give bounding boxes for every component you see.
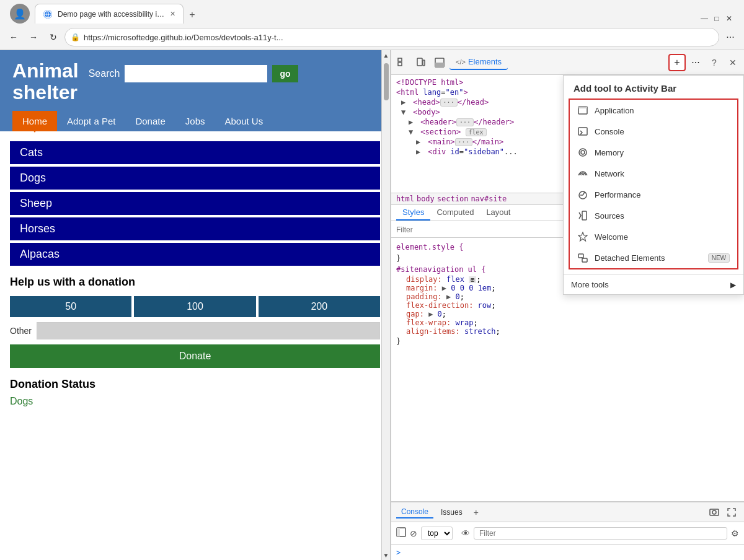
nav-donate[interactable]: Donate bbox=[125, 111, 175, 131]
go-button[interactable]: go bbox=[272, 65, 298, 82]
close-window-button[interactable]: ✕ bbox=[724, 14, 734, 24]
dropdown-item-sources[interactable]: Sources bbox=[570, 205, 737, 226]
device-mode-button[interactable] bbox=[412, 54, 430, 71]
website-content: Animal shelter Search go Home Adopt a Pe… bbox=[0, 50, 391, 560]
welcome-icon bbox=[577, 231, 588, 242]
refresh-button[interactable]: ↻ bbox=[45, 28, 62, 46]
console-add-button[interactable]: + bbox=[470, 506, 482, 518]
browser-menu-button[interactable]: ··· bbox=[722, 28, 739, 46]
console-filter-input[interactable] bbox=[474, 527, 727, 540]
svg-point-11 bbox=[581, 151, 585, 154]
application-label: Application bbox=[595, 106, 730, 115]
console-expand-button[interactable] bbox=[724, 505, 739, 520]
main-area: Animal shelter Search go Home Adopt a Pe… bbox=[0, 50, 744, 560]
console-screenshot-button[interactable] bbox=[707, 505, 722, 520]
donation-section: Help us with a donation 50 100 200 Other… bbox=[10, 276, 380, 368]
breadcrumb-section[interactable]: section bbox=[437, 195, 469, 203]
svg-rect-19 bbox=[397, 528, 400, 536]
nav-adopt[interactable]: Adopt a Pet bbox=[57, 111, 125, 131]
more-tools-item[interactable]: More tools ▶ bbox=[564, 274, 743, 294]
amount-50-button[interactable]: 50 bbox=[10, 296, 131, 317]
other-row: Other bbox=[10, 322, 380, 339]
inspect-element-button[interactable] bbox=[394, 54, 411, 71]
scrollbar[interactable]: ▲ ▼ bbox=[381, 50, 390, 560]
tab-layout[interactable]: Layout bbox=[480, 205, 516, 221]
nav-about[interactable]: About Us bbox=[215, 111, 273, 131]
new-tab-button[interactable]: + bbox=[184, 6, 201, 24]
scroll-down-arrow[interactable]: ▼ bbox=[381, 550, 391, 560]
more-tools-arrow: ▶ bbox=[730, 281, 736, 289]
forward-button[interactable]: → bbox=[25, 28, 42, 46]
console-right-controls bbox=[707, 505, 739, 520]
css-selector: element.style { bbox=[396, 243, 463, 252]
list-item[interactable]: Dogs bbox=[10, 167, 380, 190]
console-tabs-bar: Console Issues + bbox=[391, 502, 744, 522]
amount-200-button[interactable]: 200 bbox=[259, 296, 380, 317]
dock-button[interactable] bbox=[431, 54, 448, 71]
devtools-content: <!DOCTYPE html> <html lang="en"> ▶ <head… bbox=[391, 75, 744, 501]
add-tool-dropdown: Add tool to Activity Bar Application bbox=[563, 75, 744, 295]
maximize-button[interactable]: □ bbox=[712, 14, 722, 24]
list-item[interactable]: Sheep bbox=[10, 192, 380, 215]
devtools-more-button[interactable]: ··· bbox=[687, 54, 704, 71]
new-badge: NEW bbox=[708, 253, 730, 263]
tab-computed[interactable]: Computed bbox=[430, 205, 480, 221]
tab-favicon bbox=[43, 9, 53, 19]
console-sidebar-icon[interactable] bbox=[396, 527, 406, 539]
back-button[interactable]: ← bbox=[5, 28, 22, 46]
address-bar: ← → ↻ 🔒 ··· bbox=[0, 25, 744, 50]
console-settings-icon[interactable]: ⚙ bbox=[731, 528, 739, 538]
dropdown-item-detached[interactable]: Detached Elements NEW bbox=[570, 247, 737, 268]
dropdown-item-performance[interactable]: Performance bbox=[570, 184, 737, 205]
svg-rect-14 bbox=[578, 254, 583, 258]
tab-elements[interactable]: </> Elements bbox=[450, 55, 508, 70]
donation-status: Donation Status Dogs bbox=[10, 378, 380, 407]
breadcrumb-nav[interactable]: nav#site bbox=[471, 195, 507, 203]
site-header: Animal shelter Search go Home Adopt a Pe… bbox=[0, 50, 390, 131]
console-icon bbox=[577, 126, 588, 137]
dropdown-item-application[interactable]: Application bbox=[570, 100, 737, 121]
other-amount-input[interactable] bbox=[37, 322, 380, 339]
list-item[interactable]: Horses bbox=[10, 217, 380, 240]
dropdown-item-memory[interactable]: Memory bbox=[570, 142, 737, 163]
svg-rect-1 bbox=[398, 58, 402, 61]
console-tab[interactable]: Console bbox=[396, 506, 433, 518]
profile-avatar[interactable]: 👤 bbox=[10, 4, 30, 24]
search-input[interactable] bbox=[125, 65, 267, 82]
svg-rect-2 bbox=[398, 63, 402, 66]
breadcrumb-html[interactable]: html bbox=[396, 195, 414, 203]
svg-rect-8 bbox=[578, 107, 587, 108]
console-block-icon[interactable]: ⊘ bbox=[410, 528, 417, 538]
eye-icon[interactable]: 👁 bbox=[461, 528, 470, 538]
breadcrumb-body[interactable]: body bbox=[417, 195, 435, 203]
devtools-close-button[interactable]: ✕ bbox=[724, 54, 742, 71]
devtools-help-button[interactable]: ? bbox=[706, 54, 723, 71]
tab-close-button[interactable]: ✕ bbox=[170, 10, 175, 18]
lock-icon: 🔒 bbox=[71, 33, 80, 42]
status-title: Donation Status bbox=[10, 378, 380, 391]
dropdown-item-console[interactable]: Console bbox=[570, 121, 737, 142]
scroll-thumb[interactable] bbox=[384, 63, 389, 100]
issues-tab[interactable]: Issues bbox=[436, 507, 467, 518]
site-nav: Home Adopt a Pet Donate Jobs About Us bbox=[12, 111, 378, 131]
css-nav-selector: #sitenavigation ul { bbox=[396, 265, 486, 274]
minimize-button[interactable]: — bbox=[699, 14, 709, 24]
nav-jobs[interactable]: Jobs bbox=[175, 111, 215, 131]
detached-icon bbox=[577, 252, 588, 263]
context-select[interactable]: top bbox=[421, 527, 453, 540]
dropdown-item-network[interactable]: Network bbox=[570, 163, 737, 184]
add-tool-button[interactable]: + bbox=[668, 54, 686, 71]
devtools-toolbar: </> Elements + ··· ? ✕ bbox=[391, 50, 744, 75]
tab-styles[interactable]: Styles bbox=[396, 205, 430, 221]
svg-rect-3 bbox=[417, 58, 422, 66]
list-item[interactable]: Alpacas bbox=[10, 243, 380, 266]
dropdown-item-welcome[interactable]: Welcome bbox=[570, 226, 737, 247]
amount-100-button[interactable]: 100 bbox=[134, 296, 255, 317]
address-input[interactable] bbox=[64, 28, 719, 46]
nav-home[interactable]: Home bbox=[12, 111, 57, 131]
list-item[interactable]: Cats bbox=[10, 141, 380, 164]
scroll-up-arrow[interactable]: ▲ bbox=[381, 50, 391, 61]
search-row: Search go bbox=[79, 65, 378, 82]
browser-tab[interactable]: Demo page with accessibility issu ✕ bbox=[35, 4, 184, 24]
donate-button[interactable]: Donate bbox=[10, 344, 380, 368]
